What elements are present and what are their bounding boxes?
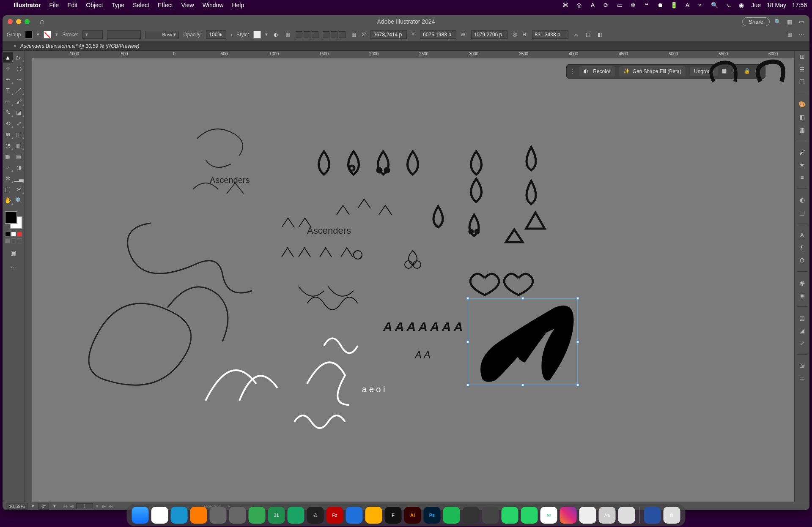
graph-tool[interactable]: ▁▃ bbox=[14, 173, 24, 183]
dock-app-1[interactable] bbox=[210, 507, 227, 524]
edit-toolbar-button[interactable]: ⋯ bbox=[11, 264, 16, 270]
app-name[interactable]: Illustrator bbox=[14, 2, 41, 8]
handle-top-mid[interactable] bbox=[521, 297, 524, 300]
isolate-icon[interactable]: ◧ bbox=[596, 31, 604, 38]
appearance-panel-icon[interactable]: ◉ bbox=[800, 279, 805, 286]
control-center-icon[interactable]: ⌥ bbox=[724, 1, 732, 9]
dock-preview[interactable] bbox=[618, 507, 635, 524]
draw-behind-icon[interactable] bbox=[11, 238, 16, 243]
menu-effect[interactable]: Effect bbox=[158, 2, 173, 8]
type-tool[interactable]: T bbox=[3, 85, 13, 96]
dock-chatgpt[interactable]: ⌬ bbox=[307, 507, 324, 524]
transparency-panel-icon[interactable]: ◫ bbox=[799, 209, 805, 216]
rotate-tool[interactable]: ⟲ bbox=[3, 118, 13, 128]
fill-swatch[interactable] bbox=[25, 31, 33, 38]
rectangle-tool[interactable]: ▭ bbox=[3, 96, 13, 106]
shear-icon[interactable]: ▱ bbox=[573, 31, 580, 38]
align-panel-icon[interactable]: ▤ bbox=[799, 314, 805, 321]
dock-whatsapp-2[interactable] bbox=[521, 507, 538, 524]
curvature-tool[interactable]: ～ bbox=[14, 74, 24, 85]
color-mode-solid[interactable] bbox=[5, 232, 10, 237]
eyedropper-tool[interactable]: ⟋ bbox=[3, 162, 13, 172]
gradient-panel-icon[interactable]: ◐ bbox=[800, 197, 805, 203]
swatches-panel-icon[interactable]: ▦ bbox=[799, 126, 805, 133]
rotate-view[interactable]: 0° bbox=[38, 503, 49, 510]
gradient-tool[interactable]: ▤ bbox=[14, 151, 24, 161]
fill-stroke-picker[interactable] bbox=[5, 211, 22, 229]
opacity-flyout[interactable]: › bbox=[230, 32, 232, 37]
stroke-profile[interactable]: Basic ▾ bbox=[145, 31, 179, 38]
dock-instagram[interactable] bbox=[560, 507, 577, 524]
align-pixel-grid-icon[interactable]: ▦ bbox=[786, 31, 793, 38]
zoom-tool[interactable]: 🔍 bbox=[14, 195, 24, 205]
properties-panel-icon[interactable]: ⊞ bbox=[800, 53, 805, 60]
ctx-drag-handle[interactable]: ⋮ bbox=[570, 68, 575, 74]
stroke-weight-field[interactable]: ▾ bbox=[82, 30, 103, 39]
asset-export-panel-icon[interactable]: ⇲ bbox=[800, 362, 805, 369]
document-tab[interactable]: Ascenders Brainstorm.ai* @ 10,59 % (RGB/… bbox=[20, 43, 140, 49]
w-field[interactable]: 1079,2706 p bbox=[471, 30, 508, 39]
shaper-tool[interactable]: ✎ bbox=[3, 107, 13, 117]
x-field[interactable]: 3678,2414 p bbox=[370, 30, 407, 39]
color-panel-icon[interactable]: 🎨 bbox=[798, 101, 806, 108]
dock-app-2[interactable] bbox=[229, 507, 246, 524]
next-artboard-button[interactable]: ▶ bbox=[102, 503, 107, 509]
home-icon[interactable]: ⌂ bbox=[40, 17, 44, 26]
handle-mid-left[interactable] bbox=[466, 341, 469, 343]
align-top-icon[interactable] bbox=[323, 31, 329, 38]
raindrop-icon[interactable]: ❝ bbox=[643, 1, 650, 9]
fill-color-box[interactable] bbox=[5, 211, 17, 224]
siri-icon[interactable]: ◉ bbox=[738, 1, 745, 9]
handle-bot-right[interactable] bbox=[576, 384, 579, 386]
typekit-icon[interactable]: A bbox=[589, 1, 596, 9]
first-artboard-button[interactable]: ⏮ bbox=[63, 503, 68, 509]
menubar-icon[interactable]: ⌘ bbox=[562, 1, 569, 9]
dock-mail[interactable]: ✉ bbox=[540, 507, 557, 524]
libraries-panel-icon[interactable]: ❒ bbox=[799, 79, 805, 85]
width-tool[interactable]: ≋ bbox=[3, 129, 13, 139]
layers-panel-icon[interactable]: ☰ bbox=[799, 66, 805, 73]
hand-tool[interactable]: ✋ bbox=[3, 195, 13, 205]
color-mode-none[interactable] bbox=[17, 232, 22, 237]
minimize-window-button[interactable] bbox=[16, 19, 21, 24]
corner-icon[interactable]: ◳ bbox=[584, 31, 592, 38]
menu-edit[interactable]: Edit bbox=[67, 2, 77, 8]
line-tool[interactable]: ／ bbox=[14, 85, 24, 96]
align-right-icon[interactable] bbox=[312, 31, 318, 38]
graphic-style-swatch[interactable] bbox=[253, 31, 261, 38]
search-icon[interactable]: 🔍 bbox=[774, 18, 782, 25]
dock-spotify[interactable] bbox=[443, 507, 460, 524]
recolor-small-icon[interactable]: ◐ bbox=[272, 31, 280, 38]
screen-icon[interactable]: ▭ bbox=[616, 1, 623, 9]
dock-finder[interactable] bbox=[132, 507, 149, 524]
dock-edge[interactable] bbox=[171, 507, 188, 524]
share-button[interactable]: Share bbox=[742, 17, 770, 26]
brush-def-field[interactable] bbox=[107, 30, 141, 39]
stroke-panel-icon[interactable]: ≡ bbox=[800, 174, 804, 181]
align-to-icon[interactable]: ▦ bbox=[284, 31, 291, 38]
direct-selection-tool[interactable]: ▷ bbox=[14, 52, 24, 63]
menu-file[interactable]: File bbox=[49, 2, 59, 8]
symbols-panel-icon[interactable]: ★ bbox=[799, 161, 805, 168]
menu-window[interactable]: Window bbox=[203, 2, 224, 8]
handle-top-left[interactable] bbox=[466, 297, 469, 300]
close-window-button[interactable] bbox=[8, 19, 13, 24]
screen-mode-button[interactable]: ▣ bbox=[8, 248, 19, 258]
handle-bot-left[interactable] bbox=[466, 384, 469, 386]
opacity-field[interactable]: 100% bbox=[206, 30, 226, 39]
color-mode-gradient[interactable] bbox=[11, 232, 16, 237]
stroke-swatch[interactable] bbox=[44, 31, 51, 38]
arrange-docs-icon[interactable]: ▥ bbox=[786, 18, 793, 25]
settings-icon[interactable]: ✻ bbox=[629, 1, 637, 9]
menu-select[interactable]: Select bbox=[133, 2, 149, 8]
transform-panel-icon[interactable]: ▦ bbox=[350, 31, 357, 38]
artboards-panel-icon[interactable]: ▭ bbox=[799, 375, 805, 382]
dock-app-3[interactable] bbox=[288, 507, 304, 524]
free-transform-tool[interactable]: ◫ bbox=[14, 129, 24, 139]
scale-tool[interactable]: ⤢ bbox=[14, 118, 24, 128]
paintbrush-tool[interactable]: 🖌 bbox=[14, 96, 24, 106]
artboard-number[interactable]: 1 bbox=[76, 503, 93, 509]
workspace-switcher-icon[interactable]: ▭ bbox=[798, 18, 805, 25]
dock-chrome[interactable]: ◯ bbox=[151, 507, 168, 524]
more-options-icon[interactable]: ⋯ bbox=[798, 31, 805, 38]
